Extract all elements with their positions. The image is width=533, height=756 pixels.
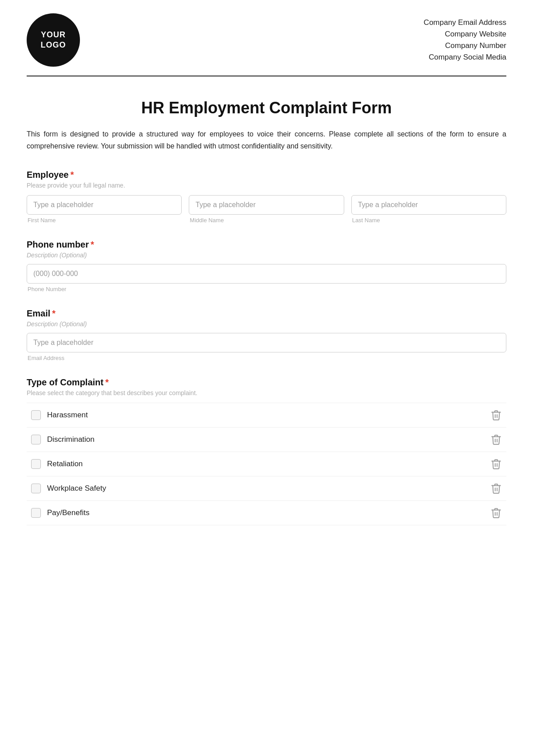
employee-name-row: First Name Middle Name Last Name bbox=[27, 195, 506, 224]
complaint-type-required-star: * bbox=[105, 377, 109, 387]
email-label: Email* bbox=[27, 308, 506, 319]
first-name-group: First Name bbox=[27, 195, 182, 224]
email-input[interactable] bbox=[27, 333, 506, 352]
checkbox-box-0[interactable] bbox=[31, 410, 41, 420]
checkbox-box-2[interactable] bbox=[31, 459, 41, 469]
company-email-label: Company Email Address bbox=[424, 18, 506, 27]
last-name-input[interactable] bbox=[351, 195, 506, 215]
checkbox-item[interactable]: Discrimination bbox=[27, 428, 506, 452]
main-content: HR Employment Complaint Form This form i… bbox=[0, 76, 533, 568]
checkbox-left-3: Workplace Safety bbox=[31, 484, 106, 493]
checkbox-label-3: Workplace Safety bbox=[47, 484, 106, 493]
trash-icon-2[interactable] bbox=[490, 458, 502, 470]
page: YOUR LOGO Company Email Address Company … bbox=[0, 0, 533, 568]
trash-icon-1[interactable] bbox=[490, 434, 502, 445]
checkbox-left-2: Retaliation bbox=[31, 459, 83, 469]
middle-name-input[interactable] bbox=[189, 195, 344, 215]
complaint-type-hint: Please select the category that best des… bbox=[27, 389, 506, 396]
trash-icon-0[interactable] bbox=[490, 409, 502, 421]
checkbox-box-3[interactable] bbox=[31, 484, 41, 493]
checkbox-label-4: Pay/Benefits bbox=[47, 508, 89, 517]
company-website-label: Company Website bbox=[424, 30, 506, 39]
complaint-type-section: Type of Complaint* Please select the cat… bbox=[27, 377, 506, 525]
form-title: HR Employment Complaint Form bbox=[27, 99, 506, 117]
checkbox-label-1: Discrimination bbox=[47, 435, 95, 444]
checkbox-left-0: Harassment bbox=[31, 410, 88, 420]
checkbox-left-4: Pay/Benefits bbox=[31, 508, 89, 518]
email-section: Email* Description (Optional) Email Addr… bbox=[27, 308, 506, 361]
logo-line2: LOGO bbox=[41, 40, 66, 50]
checkbox-item[interactable]: Workplace Safety bbox=[27, 476, 506, 501]
header: YOUR LOGO Company Email Address Company … bbox=[0, 0, 533, 76]
last-name-group: Last Name bbox=[351, 195, 506, 224]
checkbox-left-1: Discrimination bbox=[31, 435, 95, 444]
middle-name-sublabel: Middle Name bbox=[189, 217, 344, 224]
complaint-type-list: Harassment Discrimination bbox=[27, 403, 506, 525]
first-name-sublabel: First Name bbox=[27, 217, 182, 224]
middle-name-group: Middle Name bbox=[189, 195, 344, 224]
complaint-type-label: Type of Complaint* bbox=[27, 377, 506, 388]
checkbox-label-2: Retaliation bbox=[47, 460, 83, 468]
checkbox-box-4[interactable] bbox=[31, 508, 41, 518]
phone-description: Description (Optional) bbox=[27, 252, 506, 259]
employee-label: Employee* bbox=[27, 170, 506, 180]
form-description: This form is designed to provide a struc… bbox=[27, 128, 506, 152]
email-input-group: Email Address bbox=[27, 333, 506, 361]
company-logo: YOUR LOGO bbox=[27, 13, 80, 67]
trash-icon-4[interactable] bbox=[490, 507, 502, 519]
checkbox-item[interactable]: Retaliation bbox=[27, 452, 506, 476]
phone-input[interactable] bbox=[27, 264, 506, 284]
phone-sublabel: Phone Number bbox=[27, 286, 506, 292]
phone-label: Phone number* bbox=[27, 240, 506, 250]
phone-input-group: Phone Number bbox=[27, 264, 506, 292]
email-sublabel: Email Address bbox=[27, 355, 506, 361]
checkbox-item[interactable]: Harassment bbox=[27, 403, 506, 428]
email-required-star: * bbox=[52, 308, 56, 318]
employee-required-star: * bbox=[70, 170, 74, 180]
company-number-label: Company Number bbox=[424, 41, 506, 50]
last-name-sublabel: Last Name bbox=[351, 217, 506, 224]
checkbox-box-1[interactable] bbox=[31, 435, 41, 444]
employee-section: Employee* Please provide your full legal… bbox=[27, 170, 506, 224]
checkbox-item[interactable]: Pay/Benefits bbox=[27, 501, 506, 525]
phone-section: Phone number* Description (Optional) Pho… bbox=[27, 240, 506, 292]
company-social-label: Company Social Media bbox=[424, 53, 506, 62]
first-name-input[interactable] bbox=[27, 195, 182, 215]
phone-required-star: * bbox=[91, 240, 94, 249]
trash-icon-3[interactable] bbox=[490, 483, 502, 494]
checkbox-label-0: Harassment bbox=[47, 411, 88, 420]
company-info: Company Email Address Company Website Co… bbox=[424, 18, 506, 62]
employee-hint: Please provide your full legal name. bbox=[27, 182, 506, 189]
logo-line1: YOUR bbox=[41, 30, 66, 40]
email-description: Description (Optional) bbox=[27, 320, 506, 328]
